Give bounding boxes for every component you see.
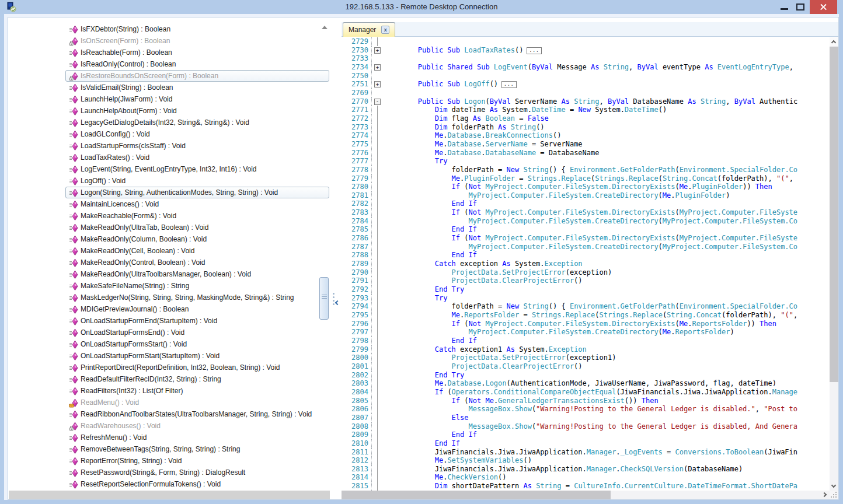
code-line[interactable]: 2815 Dim shortDatePattern As String = Cu… (342, 482, 830, 491)
code-line[interactable]: 2796 If (Not MyProject.Computer.FileSyst… (342, 320, 830, 328)
list-item[interactable]: MakeReadOnly(UltraTab, Boolean) : Void (65, 222, 329, 233)
scroll-up-icon[interactable] (830, 37, 838, 46)
scrollbar-thumb[interactable] (830, 47, 838, 382)
list-item[interactable]: Logon(String, String, AuthenticationMode… (65, 187, 329, 198)
code-line[interactable]: 2729 (342, 37, 830, 46)
list-item[interactable]: MaintainLicences() : Void (65, 198, 329, 210)
code-line[interactable]: 2814 Me.CheckVersion() (342, 473, 830, 482)
list-item[interactable]: RemoveBetweenTags(String, String, String… (65, 443, 329, 455)
scroll-up-icon[interactable] (322, 26, 328, 29)
code-line[interactable]: 2785 End If (342, 225, 830, 234)
list-item[interactable]: MaskLedgerNo(String, String, String, Mas… (65, 292, 329, 303)
code-line[interactable]: 2750 (342, 72, 830, 80)
code-line[interactable]: 2782 End If (342, 200, 830, 208)
fold-expand-icon[interactable]: + (374, 47, 381, 54)
list-item[interactable]: IsReachable(Form) : Boolean (65, 47, 329, 58)
code-line[interactable]: 2786 If (Not MyProject.Computer.FileSyst… (342, 234, 830, 243)
list-item[interactable]: OnLoadStartupFormStart(StartupItem) : Vo… (65, 350, 329, 362)
code-line[interactable]: 2802 End Try (342, 371, 830, 380)
code-line[interactable]: 2730+ Public Sub LoadTaxRates()... (342, 46, 830, 55)
code-line[interactable]: 2777 Try (342, 157, 830, 166)
scrollbar-thumb[interactable] (319, 277, 329, 320)
code-line[interactable]: 2807 Else (342, 414, 830, 422)
code-line[interactable]: 2780 If (Not MyProject.Computer.FileSyst… (342, 183, 830, 191)
minimize-button[interactable] (781, 8, 788, 10)
list-item[interactable]: RefreshMenu() : Void (65, 432, 329, 443)
code-line[interactable]: 2779 Me.PluginFolder = Strings.Replace(S… (342, 174, 830, 183)
code-line[interactable]: 2810 End If (342, 439, 830, 448)
collapse-chevron-icon[interactable] (335, 300, 340, 305)
tab-manager[interactable]: Manager x (343, 22, 395, 37)
code-line[interactable]: 2801 ProjectData.ClearProjectError() (342, 362, 830, 371)
list-item[interactable]: ReadMenu() : Void (65, 397, 329, 408)
editor-hscrollbar[interactable] (342, 491, 830, 499)
list-item[interactable]: LaunchHelpAbout(Form) : Void (65, 105, 329, 117)
list-item[interactable]: OnLoadStartupFormEnd(StartupItem) : Void (65, 315, 329, 327)
list-item[interactable]: ReadDefaultFilterRecID(Int32, String) : … (65, 373, 329, 385)
code-line[interactable]: 2805 If (Not Me.GeneralLedgerTransaction… (342, 397, 830, 405)
code-line[interactable]: 2772 Dim flag As Boolean = False (342, 114, 830, 123)
panel-splitter[interactable] (330, 18, 342, 491)
code-line[interactable]: 2783 If (Not MyProject.Computer.FileSyst… (342, 208, 830, 217)
code-line[interactable]: 2799 Catch exception1 As System.Exceptio… (342, 345, 830, 354)
list-item[interactable]: MakeReadOnly(Column, Boolean) : Void (65, 233, 329, 245)
code-line[interactable]: 2751+ Public Sub LogOff()... (342, 80, 830, 89)
tab-close-button[interactable]: x (381, 26, 389, 34)
code-line[interactable]: 2787 MyProject.Computer.FileSystem.Creat… (342, 243, 830, 251)
editor-vscrollbar[interactable] (830, 37, 838, 491)
code-line[interactable]: 2811 JiwaFinancials.Jiwa.JiwaApplication… (342, 448, 830, 457)
list-item[interactable]: ReadWarehouses() : Void (65, 420, 329, 432)
code-line[interactable]: 2808 MessageBox.Show("Warning!Posting to… (342, 422, 830, 431)
list-item[interactable]: LogEvent(String, EventLogEntryType, Int3… (65, 163, 329, 175)
list-item[interactable]: LoadTaxRates() : Void (65, 152, 329, 163)
code-line[interactable]: 2770- Public Sub Logon(ByVal ServerName … (342, 97, 830, 106)
list-item[interactable]: LegacyGetDialogDetails(Int32, String&, S… (65, 117, 329, 128)
code-line[interactable]: 2792 End Try (342, 285, 830, 294)
list-item[interactable]: IsValidEmail(String) : Boolean (65, 82, 329, 93)
code-line[interactable]: 2781 MyProject.Computer.FileSystem.Creat… (342, 191, 830, 200)
code-line[interactable]: 2800 ProjectData.SetProjectError(excepti… (342, 354, 830, 362)
code-line[interactable]: 2776 Me.Database.DatabaseName = Database… (342, 149, 830, 158)
code-line[interactable]: 2812 Me.SetSystemVariables() (342, 456, 830, 465)
fold-expand-icon[interactable]: + (374, 64, 381, 71)
method-list-hscrollbar[interactable] (9, 491, 330, 499)
code-line[interactable]: 2733 (342, 54, 830, 63)
resize-grip[interactable] (830, 491, 838, 499)
list-item[interactable]: ReportError(String, String) : Void (65, 455, 329, 467)
list-item[interactable]: OnLoadStartupFormsEnd() : Void (65, 327, 329, 338)
scroll-right-icon[interactable] (821, 491, 830, 499)
scrollbar-thumb[interactable] (342, 491, 611, 499)
list-item[interactable]: ResetPassword(String&, Form, String) : D… (65, 467, 329, 478)
list-item[interactable]: MakeReadOnly(Cell, Boolean) : Void (65, 245, 329, 257)
list-item[interactable]: IsRestoreBoundsOnScreen(Form) : Boolean (65, 70, 329, 82)
scroll-down-icon[interactable] (830, 482, 838, 491)
code-line[interactable]: 2774 Me.Database.BreakConnections() (342, 131, 830, 140)
close-button[interactable] (810, 0, 837, 14)
list-item[interactable]: ReadFilters(Int32) : List(Of Filter) (65, 385, 329, 397)
code-line[interactable]: 2771 Dim dateTime As System.DateTime = N… (342, 106, 830, 114)
list-item[interactable]: IsReadOnly(Control) : Boolean (65, 58, 329, 70)
code-line[interactable]: 2769 (342, 89, 830, 97)
maximize-button[interactable] (796, 4, 804, 10)
code-line[interactable]: 2809 End If (342, 430, 830, 439)
code-line[interactable]: 2798 End If (342, 337, 830, 345)
list-item[interactable]: MakeReachable(Form&) : Void (65, 210, 329, 222)
list-item[interactable]: IsOnScreen(Form) : Boolean (65, 35, 329, 47)
list-item[interactable]: MakeReadOnly(Control, Boolean) : Void (65, 257, 329, 268)
list-item[interactable]: ReadRibbonAndToolbarStates(UltraToolbars… (65, 408, 329, 420)
list-item[interactable]: ResetReportSelectionFormulaTokens() : Vo… (65, 478, 329, 490)
code-line[interactable]: 2789 Catch exception As System.Exception (342, 260, 830, 268)
code-line[interactable]: 2791 ProjectData.ClearProjectError() (342, 276, 830, 285)
list-item[interactable]: LoadGLConfig() : Void (65, 128, 329, 140)
list-item[interactable]: LoadStartupForms(clsStaff) : Void (65, 140, 329, 152)
code-area[interactable]: 27292730+ Public Sub LoadTaxRates()...27… (342, 37, 830, 491)
collapsed-region-box[interactable]: ... (501, 81, 516, 88)
code-line[interactable]: 2794 folderPath = New String() { Environ… (342, 302, 830, 311)
code-line[interactable]: 2804 If (Operators.ConditionalCompareObj… (342, 388, 830, 397)
code-line[interactable]: 2775 Me.Database.ServerName = ServerName (342, 140, 830, 149)
code-line[interactable]: 2813 JiwaFinancials.Jiwa.JiwaApplication… (342, 465, 830, 474)
code-line[interactable]: 2795 Me.ReportsFolder = Strings.Replace(… (342, 311, 830, 320)
collapsed-region-box[interactable]: ... (527, 47, 541, 54)
code-line[interactable]: 2778 folderPath = New String() { Environ… (342, 166, 830, 174)
code-line[interactable]: 2773 Dim folderPath As String() (342, 123, 830, 132)
